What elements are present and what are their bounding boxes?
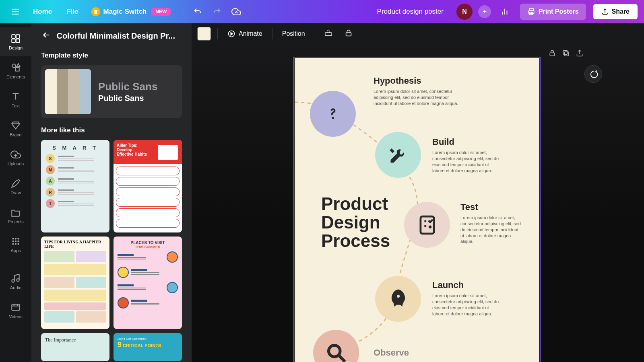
export-page-icon[interactable] bbox=[576, 49, 584, 59]
upload-icon bbox=[601, 8, 609, 15]
background-color-chip[interactable] bbox=[197, 27, 211, 41]
svg-point-29 bbox=[17, 243, 19, 245]
vertical-sidebar: Design Elements Text Brand Uploads Draw … bbox=[0, 23, 31, 362]
svg-rect-43 bbox=[565, 52, 569, 56]
step-launch: Launch Lorem ipsum dolor sit amet, conse… bbox=[432, 280, 501, 317]
sidebar-item-brand[interactable]: Brand bbox=[0, 114, 31, 143]
sidebar-item-audio[interactable]: Audio bbox=[0, 267, 31, 296]
template-thumbnail[interactable]: PLACES TO VISIT THIS SUMMER bbox=[114, 237, 182, 329]
node-launch bbox=[375, 276, 421, 322]
sidebar-item-uploads[interactable]: Uploads bbox=[0, 143, 31, 172]
sidebar-item-design[interactable]: Design bbox=[0, 27, 31, 56]
position-label: Position bbox=[282, 30, 305, 37]
panel-title: Colorful Minimalist Design Pr... bbox=[56, 31, 175, 41]
svg-point-23 bbox=[17, 238, 19, 239]
sidebar-label: Draw bbox=[10, 190, 21, 195]
svg-point-30 bbox=[12, 280, 14, 282]
animate-icon bbox=[227, 30, 235, 38]
magic-switch-label: Magic Switch bbox=[103, 8, 147, 16]
tools-icon bbox=[387, 144, 410, 167]
template-thumbnail[interactable]: Killer Tips:DevelopEffective Habits bbox=[114, 140, 182, 232]
svg-point-52 bbox=[328, 345, 340, 357]
page-actions bbox=[548, 49, 584, 59]
svg-rect-10 bbox=[12, 35, 15, 38]
template-thumbnail[interactable]: S M A R T S M A R T bbox=[41, 140, 109, 232]
sidebar-label: Elements bbox=[6, 74, 25, 79]
document-title[interactable]: Product design poster bbox=[372, 4, 448, 19]
sidebar-item-elements[interactable]: Elements bbox=[0, 56, 31, 85]
svg-rect-13 bbox=[16, 39, 20, 43]
sidebar-item-projects[interactable]: Projects bbox=[0, 201, 31, 230]
svg-rect-40 bbox=[325, 33, 332, 35]
cloud-sync-icon[interactable] bbox=[228, 4, 244, 20]
template-thumbnail[interactable]: Don't Get Scammed 9 CRITICAL POINTS bbox=[114, 333, 182, 361]
home-link[interactable]: Home bbox=[27, 4, 58, 19]
printer-icon bbox=[527, 8, 535, 16]
sidebar-item-text[interactable]: Text bbox=[0, 85, 31, 114]
templates-panel: Colorful Minimalist Design Pr... Templat… bbox=[31, 23, 192, 362]
lock-button[interactable] bbox=[342, 26, 355, 41]
svg-rect-44 bbox=[563, 50, 567, 54]
svg-point-22 bbox=[15, 238, 17, 239]
sidebar-item-draw[interactable]: Draw bbox=[0, 172, 31, 201]
file-menu[interactable]: File bbox=[61, 4, 84, 19]
add-collaborator-button[interactable]: + bbox=[478, 5, 491, 18]
animate-label: Animate bbox=[239, 30, 262, 37]
template-thumbnail[interactable]: TIPS FOR LIVING A HAPPIER LIFE bbox=[41, 237, 109, 329]
position-button[interactable]: Position bbox=[279, 28, 308, 40]
style-card[interactable]: Public Sans Public Sans bbox=[41, 65, 182, 118]
checklist-icon bbox=[416, 214, 439, 237]
transparency-button[interactable] bbox=[322, 26, 335, 41]
svg-line-53 bbox=[339, 356, 345, 361]
panel-scroll[interactable]: Template style Public Sans Public Sans M… bbox=[31, 46, 192, 362]
color-swatches bbox=[45, 69, 91, 114]
node-test bbox=[404, 202, 450, 248]
svg-marker-16 bbox=[17, 64, 20, 67]
sidebar-label: Projects bbox=[8, 219, 24, 224]
step-build: Build Lorem ipsum dolor sit amet, consec… bbox=[432, 137, 501, 173]
sidebar-item-apps[interactable]: Apps bbox=[0, 230, 31, 259]
user-avatar[interactable]: N bbox=[456, 4, 473, 20]
step-test: Test Lorem ipsum dolor sit amet, consect… bbox=[460, 202, 521, 245]
top-left-nav: Home File ♛ Magic Switch NEW bbox=[27, 4, 175, 19]
lock-page-icon[interactable] bbox=[548, 49, 556, 59]
magic-switch-button[interactable]: ♛ Magic Switch NEW bbox=[87, 5, 175, 19]
style-fonts: Public Sans Public Sans bbox=[98, 80, 178, 103]
node-build bbox=[375, 132, 421, 178]
print-posters-button[interactable]: Print Posters bbox=[520, 4, 586, 20]
ai-assist-button[interactable] bbox=[584, 65, 602, 83]
svg-rect-15 bbox=[16, 68, 19, 71]
canvas-viewport[interactable]: Product Design Process Hypothesis Lorem … bbox=[192, 44, 644, 362]
poster-page[interactable]: Product Design Process Hypothesis Lorem … bbox=[295, 58, 539, 362]
sidebar-label: Videos bbox=[9, 314, 22, 319]
back-arrow-icon[interactable] bbox=[40, 31, 51, 41]
analytics-button[interactable] bbox=[497, 4, 513, 20]
share-button[interactable]: Share bbox=[593, 4, 638, 19]
step-observe: Observe bbox=[374, 348, 409, 360]
svg-rect-46 bbox=[420, 216, 433, 234]
hamburger-menu[interactable] bbox=[6, 3, 24, 21]
sidebar-label: Uploads bbox=[8, 161, 24, 166]
svg-point-25 bbox=[15, 241, 17, 242]
svg-rect-11 bbox=[16, 35, 20, 38]
rocket-icon bbox=[387, 288, 410, 311]
svg-point-24 bbox=[12, 241, 14, 242]
svg-marker-39 bbox=[231, 33, 233, 35]
svg-rect-42 bbox=[550, 53, 555, 56]
thumb-title: S M A R T bbox=[46, 145, 105, 151]
sidebar-item-videos[interactable]: Videos bbox=[0, 296, 31, 325]
crown-icon: ♛ bbox=[91, 7, 100, 16]
svg-point-14 bbox=[12, 64, 16, 68]
more-like-this-heading: More like this bbox=[41, 126, 182, 134]
undo-button[interactable] bbox=[190, 4, 206, 20]
template-thumbnail[interactable]: The Importance bbox=[41, 333, 109, 361]
context-toolbar: Animate Position bbox=[192, 23, 644, 44]
animate-button[interactable]: Animate bbox=[224, 27, 266, 40]
font-secondary-label: Public Sans bbox=[98, 94, 178, 103]
redo-button[interactable] bbox=[209, 4, 225, 20]
sidebar-label: Apps bbox=[10, 248, 21, 253]
duplicate-page-icon[interactable] bbox=[562, 49, 570, 59]
sidebar-label: Brand bbox=[10, 132, 21, 137]
font-primary-label: Public Sans bbox=[98, 80, 178, 93]
template-style-heading: Template style bbox=[41, 51, 182, 60]
